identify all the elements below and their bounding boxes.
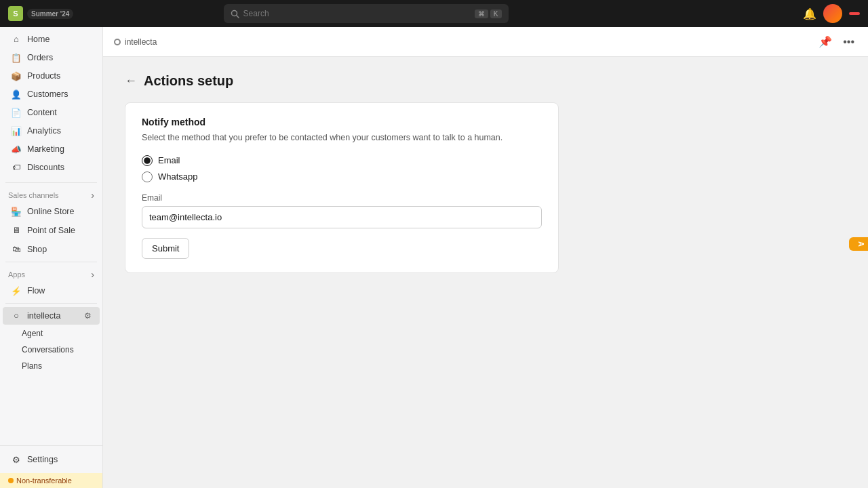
sidebar-divider-2 bbox=[5, 262, 97, 262]
sidebar-nav-section: ⌂ Home 📋 Orders 📦 Products 👤 Customers 📄… bbox=[0, 27, 102, 180]
topbar-actions: 🔔 bbox=[803, 4, 860, 23]
notify-method-card: Notify method Select the method that you… bbox=[125, 102, 559, 273]
non-transferable-bar: Non-transferable bbox=[0, 473, 102, 488]
settings-icon: ⚙ bbox=[11, 454, 22, 465]
search-bar[interactable]: ⌘ K bbox=[224, 4, 509, 23]
non-transferable-dot bbox=[8, 478, 14, 483]
intellecta-icon: ○ bbox=[11, 310, 22, 321]
sidebar: ⌂ Home 📋 Orders 📦 Products 👤 Customers 📄… bbox=[0, 27, 103, 488]
radio-email-option[interactable]: Email bbox=[142, 155, 542, 166]
home-icon: ⌂ bbox=[11, 34, 22, 45]
submit-button[interactable]: Submit bbox=[142, 238, 189, 259]
back-button[interactable]: ← bbox=[125, 74, 137, 88]
store-dot bbox=[114, 39, 121, 45]
sidebar-item-shop[interactable]: 🛍 Shop bbox=[3, 241, 100, 258]
avatar bbox=[823, 4, 842, 23]
more-button[interactable]: ••• bbox=[840, 33, 857, 51]
sub-header-store-name: intellecta bbox=[125, 37, 157, 47]
radio-email-label: Email bbox=[158, 155, 180, 165]
a11y-widget[interactable]: A bbox=[849, 237, 868, 251]
radio-whatsapp-input[interactable] bbox=[142, 171, 153, 182]
page-title: Actions setup bbox=[144, 73, 233, 89]
sidebar-bottom: ⚙ Settings bbox=[0, 445, 102, 473]
apps-expand[interactable]: › bbox=[91, 269, 94, 280]
sidebar-item-customers[interactable]: 👤 Customers bbox=[3, 85, 100, 103]
search-icon bbox=[231, 9, 239, 18]
store-name-badge bbox=[849, 12, 860, 15]
intellecta-gear-icon[interactable]: ⚙ bbox=[84, 311, 92, 321]
sidebar-divider-3 bbox=[5, 303, 97, 304]
email-field-label: Email bbox=[142, 193, 542, 203]
store-indicator: intellecta bbox=[114, 37, 157, 47]
sidebar-sub-item-agent[interactable]: Agent bbox=[3, 326, 100, 341]
sidebar-item-marketing[interactable]: 📣 Marketing bbox=[3, 140, 100, 158]
shopify-icon: S bbox=[8, 6, 23, 21]
page-header: ← Actions setup bbox=[125, 73, 846, 89]
topbar: S Summer '24 ⌘ K 🔔 bbox=[0, 0, 868, 27]
shop-icon: 🛍 bbox=[11, 244, 22, 255]
email-field-group: Email bbox=[142, 193, 542, 228]
sidebar-item-flow[interactable]: ⚡ Flow bbox=[3, 282, 100, 300]
discounts-icon: 🏷 bbox=[11, 162, 22, 173]
pos-icon: 🖥 bbox=[11, 225, 22, 236]
sidebar-sub-item-plans[interactable]: Plans bbox=[3, 359, 100, 373]
apps-label: Apps › bbox=[0, 265, 102, 281]
radio-email-input[interactable] bbox=[142, 155, 153, 166]
sidebar-item-point-of-sale[interactable]: 🖥 Point of Sale bbox=[3, 222, 100, 239]
brand-logo: S Summer '24 bbox=[8, 6, 73, 21]
sidebar-item-discounts[interactable]: 🏷 Discounts bbox=[3, 159, 100, 176]
sidebar-sub-item-conversations[interactable]: Conversations bbox=[3, 342, 100, 357]
marketing-icon: 📣 bbox=[11, 144, 22, 155]
customers-icon: 👤 bbox=[11, 89, 22, 100]
search-kbd: ⌘ K bbox=[475, 9, 502, 18]
sidebar-item-settings[interactable]: ⚙ Settings bbox=[3, 451, 100, 468]
sidebar-item-intellecta[interactable]: ○ intellecta ⚙ bbox=[3, 307, 100, 325]
card-title: Notify method bbox=[142, 117, 542, 127]
analytics-icon: 📊 bbox=[11, 125, 22, 136]
sub-header-actions: 📌 ••• bbox=[816, 33, 857, 51]
sales-channels-label: Sales channels › bbox=[0, 186, 102, 202]
pin-button[interactable]: 📌 bbox=[816, 33, 835, 51]
svg-line-1 bbox=[236, 15, 239, 18]
flow-icon: ⚡ bbox=[11, 285, 22, 296]
sidebar-item-products[interactable]: 📦 Products bbox=[3, 67, 100, 85]
sidebar-item-online-store[interactable]: 🏪 Online Store bbox=[3, 203, 100, 220]
sales-channels-expand[interactable]: › bbox=[91, 190, 94, 201]
online-store-icon: 🏪 bbox=[11, 206, 22, 217]
main-layout: ⌂ Home 📋 Orders 📦 Products 👤 Customers 📄… bbox=[0, 27, 868, 488]
radio-group-notify: Email Whatsapp bbox=[142, 155, 542, 182]
content-icon: 📄 bbox=[11, 107, 22, 118]
bell-icon[interactable]: 🔔 bbox=[803, 7, 816, 20]
sidebar-item-analytics[interactable]: 📊 Analytics bbox=[3, 122, 100, 140]
summer-badge: Summer '24 bbox=[27, 9, 73, 19]
search-input[interactable] bbox=[243, 9, 471, 18]
sidebar-item-home[interactable]: ⌂ Home bbox=[3, 30, 100, 48]
email-input[interactable] bbox=[142, 206, 542, 228]
products-icon: 📦 bbox=[11, 70, 22, 81]
orders-icon: 📋 bbox=[11, 52, 22, 63]
radio-whatsapp-label: Whatsapp bbox=[158, 171, 198, 182]
radio-whatsapp-option[interactable]: Whatsapp bbox=[142, 171, 542, 182]
content-area: intellecta 📌 ••• ← Actions setup Notify … bbox=[103, 27, 868, 488]
card-desc: Select the method that you prefer to be … bbox=[142, 131, 542, 144]
sidebar-item-orders[interactable]: 📋 Orders bbox=[3, 49, 100, 66]
page-content: ← Actions setup Notify method Select the… bbox=[103, 57, 868, 488]
sidebar-item-content[interactable]: 📄 Content bbox=[3, 104, 100, 121]
sub-header: intellecta 📌 ••• bbox=[103, 27, 868, 57]
sidebar-divider-1 bbox=[5, 182, 97, 183]
